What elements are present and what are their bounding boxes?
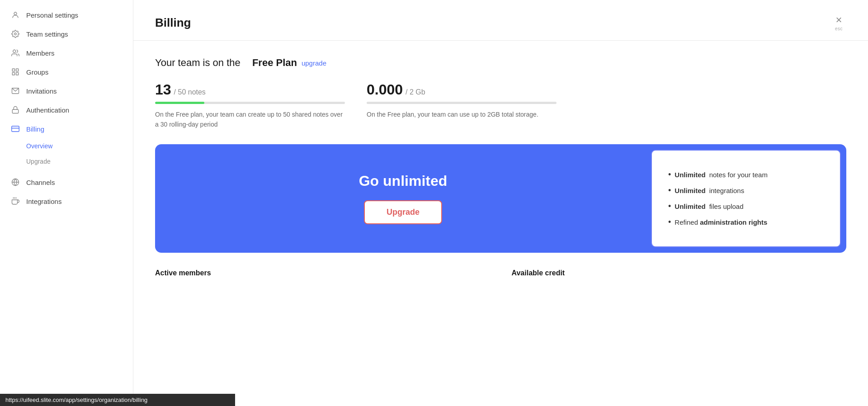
notes-progress-fill (155, 102, 204, 104)
storage-progress-container (367, 102, 557, 104)
feature-rest-0: notes for your team (709, 171, 768, 179)
sidebar-item-billing[interactable]: Billing (0, 119, 133, 138)
storage-stat-desc: On the Free plan, your team can use up t… (367, 109, 557, 119)
upgrade-link[interactable]: upgrade (302, 59, 326, 67)
plan-prefix: Your team is on the (155, 57, 241, 69)
sidebar-item-label: Authentication (26, 106, 69, 114)
storage-limit: / 2 Gb (406, 88, 425, 96)
feature-item-3: administration rights Refined administra… (668, 217, 824, 227)
sidebar-item-label: Team settings (26, 30, 68, 38)
notes-count: 13 (155, 81, 171, 98)
billing-content: Your team is on the Free Plan upgrade 13… (133, 41, 868, 406)
esc-label: esc (835, 26, 843, 31)
main-content-area: Billing × esc Your team is on the Free P… (133, 0, 868, 406)
sidebar-item-label: Channels (26, 179, 55, 186)
billing-icon (11, 124, 20, 133)
feature-bold-2: Unlimited (675, 203, 705, 210)
status-bar: https://uifeed.slite.com/app/settings/or… (0, 394, 235, 406)
sidebar-sub-item-label: Upgrade (26, 158, 51, 165)
notes-stat-block: 13 / 50 notes On the Free plan, your tea… (155, 81, 345, 130)
svg-rect-8 (12, 109, 19, 113)
svg-point-0 (14, 12, 17, 15)
bottom-labels-row: Active members Available credit (155, 269, 846, 277)
settings-icon (11, 29, 20, 38)
plan-name: Free Plan (252, 57, 297, 69)
upgrade-card-right: Unlimited notes for your team Unlimited … (651, 150, 841, 247)
sidebar-sub-item-upgrade[interactable]: Upgrade (0, 154, 133, 169)
sidebar-sub-item-overview[interactable]: Overview (0, 138, 133, 154)
feature-rest-2: files upload (709, 203, 744, 210)
feature-rest-1: integrations (709, 187, 745, 194)
close-icon: × (835, 14, 842, 25)
storage-stat-block: 0.000 / 2 Gb On the Free plan, your team… (367, 81, 557, 130)
notes-progress-container (155, 102, 345, 104)
notes-stat-desc: On the Free plan, your team can create u… (155, 109, 345, 130)
svg-rect-9 (12, 126, 19, 132)
feature-item-1: Unlimited integrations (668, 186, 824, 195)
plan-header: Your team is on the Free Plan upgrade (155, 57, 846, 69)
sidebar-item-members[interactable]: Members (0, 43, 133, 62)
upgrade-card-title: Go unlimited (359, 173, 448, 189)
feature-bold-0: Unlimited (675, 171, 705, 179)
notes-stat-value: 13 / 50 notes (155, 81, 345, 98)
notes-limit: / 50 notes (174, 88, 206, 96)
sidebar-item-channels[interactable]: Channels (0, 173, 133, 192)
upgrade-card-button[interactable]: Upgrade (364, 200, 442, 224)
stats-row: 13 / 50 notes On the Free plan, your tea… (155, 81, 846, 130)
sidebar-item-groups[interactable]: Groups (0, 62, 133, 81)
sidebar-item-label: Groups (26, 68, 48, 76)
active-members-label: Active members (155, 269, 490, 277)
sidebar: Personal settings Team settings Members … (0, 0, 133, 406)
main-header: Billing × esc (133, 0, 868, 41)
feature-bold-1: Unlimited (675, 187, 705, 194)
storage-count: 0.000 (367, 81, 403, 98)
available-credit-label: Available credit (512, 269, 847, 277)
sidebar-item-label: Billing (26, 125, 44, 133)
svg-rect-4 (16, 69, 19, 71)
user-icon (11, 10, 20, 19)
storage-stat-value: 0.000 / 2 Gb (367, 81, 557, 98)
integrations-icon (11, 197, 20, 206)
sidebar-item-team-settings[interactable]: Team settings (0, 24, 133, 43)
feature-item-2: Unlimited files upload (668, 202, 824, 211)
svg-rect-5 (16, 73, 19, 75)
sidebar-item-invitations[interactable]: Invitations (0, 81, 133, 100)
lock-icon (11, 105, 20, 114)
sidebar-sub-item-label: Overview (26, 142, 52, 150)
svg-point-1 (14, 33, 17, 35)
svg-point-2 (13, 50, 16, 52)
groups-icon (11, 67, 20, 76)
page-title: Billing (155, 16, 191, 30)
sidebar-item-label: Members (26, 49, 55, 57)
sidebar-item-label: Integrations (26, 198, 61, 205)
sidebar-item-authentication[interactable]: Authentication (0, 100, 133, 119)
channels-icon (11, 178, 20, 187)
svg-rect-6 (12, 73, 14, 75)
upgrade-card-left: Go unlimited Upgrade (155, 144, 651, 253)
upgrade-card: Go unlimited Upgrade Unlimited notes for… (155, 144, 846, 253)
sidebar-item-integrations[interactable]: Integrations (0, 192, 133, 211)
sidebar-item-personal-settings[interactable]: Personal settings (0, 5, 133, 24)
feature-item-0: Unlimited notes for your team (668, 170, 824, 179)
status-url: https://uifeed.slite.com/app/settings/or… (5, 397, 147, 403)
sidebar-item-label: Invitations (26, 87, 57, 95)
members-icon (11, 48, 20, 57)
sidebar-item-label: Personal settings (26, 11, 78, 19)
svg-rect-3 (12, 69, 14, 71)
close-button[interactable]: × esc (831, 13, 846, 33)
invitations-icon (11, 86, 20, 95)
